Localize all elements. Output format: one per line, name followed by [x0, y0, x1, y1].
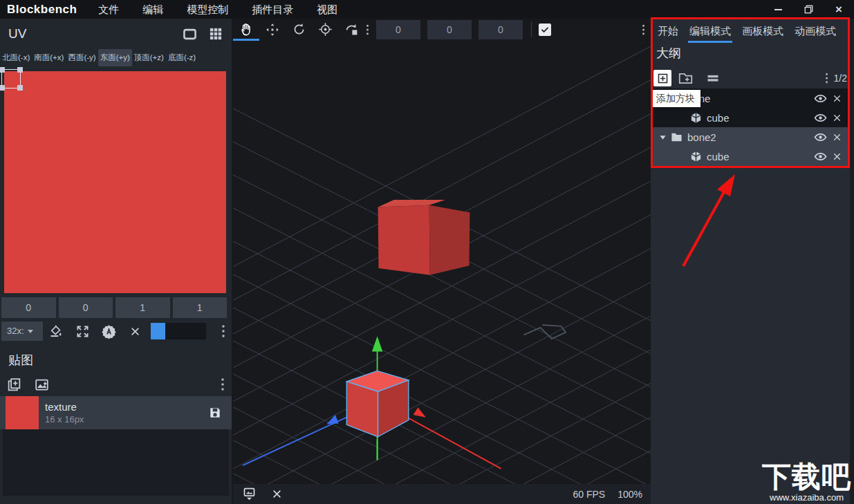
x-axis-arrowhead[interactable]: [414, 407, 426, 417]
rotate-icon: [292, 22, 306, 37]
tree-row-bone2[interactable]: bone2: [651, 127, 850, 147]
app-title: Blockbench: [0, 3, 86, 17]
maximize-uv-button[interactable]: [69, 321, 95, 341]
outline-tree: bone 添加方块 cube bone2: [651, 88, 850, 168]
pivot-tool-button[interactable]: [312, 19, 338, 40]
uv-x-input[interactable]: 0: [1, 297, 56, 318]
screenshot-icon: [242, 486, 257, 502]
marquee-handle[interactable]: [0, 67, 5, 73]
menu-file[interactable]: 文件: [86, 0, 131, 19]
slider-fill: [151, 323, 165, 339]
tree-row-cube2[interactable]: cube: [651, 147, 850, 166]
position-y-input[interactable]: 0: [427, 20, 472, 39]
add-texture-icon: [7, 377, 21, 392]
delete-icon[interactable]: [833, 133, 842, 142]
create-texture-button[interactable]: [0, 375, 28, 394]
face-tab-north[interactable]: 北面(-x): [0, 49, 32, 66]
tab-start[interactable]: 开始: [653, 21, 683, 41]
viewport-overflow-menu[interactable]: [642, 23, 651, 36]
minimize-button[interactable]: [763, 0, 793, 19]
panel-scrollbar[interactable]: [850, 19, 854, 504]
uv-y-input[interactable]: 0: [59, 297, 113, 318]
hand-tool-button[interactable]: [233, 19, 259, 40]
tab-edit-mode[interactable]: 编辑模式: [685, 21, 735, 41]
uv-opacity-slider[interactable]: [151, 323, 206, 339]
uv-face-tabs: 北面(-x) 南面(+x) 西面(-y) 东面(+y) 顶面(+z) 底面(-z…: [0, 48, 232, 67]
dots-menu-icon: [221, 324, 225, 338]
dots-menu-icon[interactable]: [825, 72, 828, 84]
chevron-down-icon[interactable]: [659, 133, 667, 141]
delete-icon[interactable]: [833, 152, 842, 161]
marquee-handle[interactable]: [0, 85, 5, 91]
face-tab-up[interactable]: 顶面(+z): [132, 49, 166, 66]
bars-icon: [706, 71, 720, 85]
marquee-handle[interactable]: [17, 67, 23, 73]
auto-uv-icon: [102, 324, 116, 339]
chevron-down-icon: [28, 330, 33, 333]
eye-icon[interactable]: [814, 132, 827, 142]
texture-list-area: [3, 429, 229, 496]
delete-icon[interactable]: [833, 113, 842, 122]
marquee-handle[interactable]: [17, 85, 23, 91]
toggle-outline-button[interactable]: [699, 68, 727, 88]
add-cube-button[interactable]: [653, 70, 671, 86]
minimize-icon: [774, 9, 782, 10]
paint-bucket-button[interactable]: [43, 321, 69, 341]
restore-button[interactable]: [793, 0, 824, 19]
tab-animate-mode[interactable]: 动画模式: [790, 21, 840, 41]
uv-height-input[interactable]: 1: [173, 297, 228, 318]
menu-bar: Blockbench 文件 编辑 模型控制 插件目录 视图 ×: [0, 0, 854, 19]
uv-zoom-dropdown[interactable]: 32x:: [1, 321, 43, 341]
uv-selection-marquee[interactable]: [1, 69, 21, 88]
toggle-checkbox[interactable]: [539, 24, 551, 36]
y-axis-arrowhead[interactable]: [372, 336, 382, 351]
face-tab-south[interactable]: 南面(+x): [32, 49, 66, 66]
viewport-canvas[interactable]: [233, 19, 651, 504]
close-icon: ×: [835, 3, 842, 15]
textures-panel-title: 贴图: [8, 352, 33, 368]
uv-overflow-menu[interactable]: [221, 324, 230, 338]
menu-plugins[interactable]: 插件目录: [240, 0, 305, 19]
close-button[interactable]: ×: [824, 0, 854, 19]
eye-icon[interactable]: [814, 113, 827, 123]
tree-row-bone[interactable]: bone 添加方块: [651, 88, 850, 108]
tab-paint-mode[interactable]: 画板模式: [738, 21, 788, 41]
position-z-input[interactable]: 0: [479, 20, 523, 39]
texture-list-item[interactable]: texture 16 x 16px: [0, 396, 232, 429]
floating-cube[interactable]: [378, 200, 470, 275]
rotate-space-button[interactable]: [338, 19, 364, 40]
close-preview-button[interactable]: [265, 485, 288, 504]
position-x-input[interactable]: 0: [376, 20, 420, 39]
viewport-statusbar: 60 FPS 100%: [233, 484, 651, 504]
face-tab-east[interactable]: 东面(+y): [98, 49, 132, 66]
textures-overflow-menu[interactable]: [221, 377, 232, 391]
zoom-level: 100%: [618, 489, 642, 500]
right-panel: 开始 编辑模式 画板模式 动画模式 大纲 1/2 bone: [651, 19, 854, 504]
tree-row-cube[interactable]: cube: [651, 108, 850, 127]
uv-width-input[interactable]: 1: [115, 297, 170, 318]
uv-canvas[interactable]: [4, 71, 226, 293]
uv-grid-button[interactable]: [203, 24, 229, 44]
menu-transform[interactable]: 模型控制: [175, 0, 240, 19]
eye-icon[interactable]: [814, 151, 827, 162]
hand-icon: [239, 22, 254, 37]
eye-icon[interactable]: [814, 93, 827, 104]
menu-edit[interactable]: 编辑: [131, 0, 175, 19]
face-tab-west[interactable]: 西面(-y): [66, 49, 98, 66]
uv-window-button[interactable]: [176, 24, 203, 44]
rotate-tool-button[interactable]: [286, 19, 312, 40]
viewport-3d[interactable]: 0 0 0 60 FPS 100%: [233, 19, 651, 504]
selected-cube[interactable]: [346, 371, 409, 436]
tools-overflow-menu[interactable]: [364, 23, 376, 36]
close-icon: [130, 326, 140, 337]
menu-view[interactable]: 视图: [305, 0, 349, 19]
clear-uv-button[interactable]: [122, 321, 148, 341]
face-tab-down[interactable]: 底面(-z): [166, 49, 198, 66]
delete-icon[interactable]: [833, 94, 842, 103]
screenshot-button[interactable]: [237, 485, 261, 504]
save-texture-button[interactable]: [208, 406, 222, 420]
auto-uv-button[interactable]: [95, 321, 122, 341]
move-tool-button[interactable]: [259, 19, 286, 40]
add-group-button[interactable]: [671, 68, 699, 88]
import-texture-button[interactable]: [28, 375, 55, 394]
